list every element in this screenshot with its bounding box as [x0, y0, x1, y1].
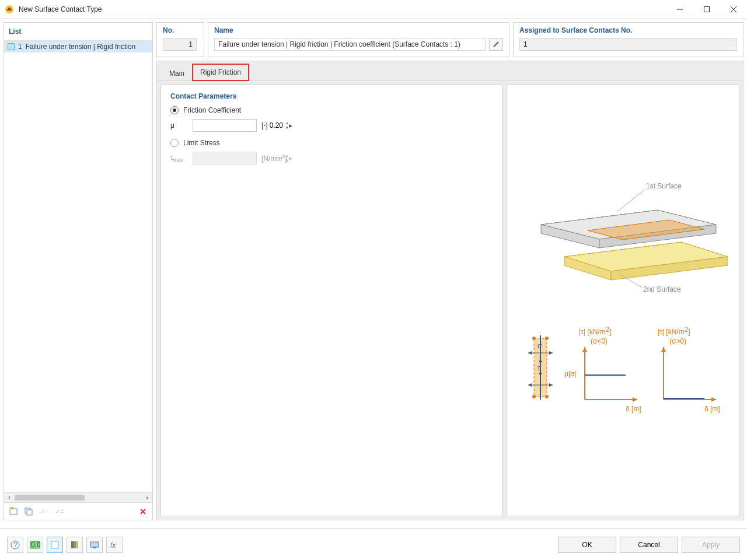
- minimize-button[interactable]: [666, 0, 693, 19]
- svg-marker-35: [549, 383, 553, 387]
- bottom-toolbar: ? 0,00 fx OK Cancel Apply: [0, 528, 747, 560]
- svg-marker-51: [711, 397, 716, 402]
- svg-text:σ: σ: [537, 342, 542, 350]
- svg-text:|τ| [kN/m2]: |τ| [kN/m2]: [658, 326, 690, 336]
- radio-unchecked-icon: [170, 139, 179, 147]
- svg-text:δ [m]: δ [m]: [704, 405, 720, 413]
- friction-coefficient-label: Friction Coefficient: [183, 106, 241, 114]
- titlebar: New Surface Contact Type: [0, 0, 747, 19]
- list-item-label: Failure under tension | Rigid friction: [26, 43, 136, 51]
- picker-icon: ▸: [289, 154, 292, 162]
- maximize-button[interactable]: [693, 0, 720, 19]
- diagram-panel: .lbl{font-size:12px; fill:#888;} 1st Sur…: [506, 85, 739, 516]
- svg-rect-60: [74, 541, 76, 548]
- tabstrip: Main Rigid Friction: [157, 65, 743, 81]
- svg-rect-58: [51, 541, 58, 548]
- scroll-left-icon[interactable]: ‹: [5, 494, 13, 502]
- contact-parameters-panel: Contact Parameters Friction Coefficient …: [160, 85, 502, 516]
- svg-rect-2: [704, 6, 710, 12]
- sidebar-toolbar: ✶ ✓– ✓= ✕: [4, 502, 152, 520]
- color-legend-button[interactable]: [67, 537, 83, 553]
- svg-text:✶: ✶: [9, 507, 15, 512]
- svg-rect-63: [93, 547, 96, 548]
- name-panel: Name: [208, 22, 509, 57]
- horizontal-scrollbar[interactable]: ‹ ›: [4, 492, 152, 502]
- tab-rigid-friction[interactable]: Rigid Friction: [192, 64, 249, 81]
- sidebar-list[interactable]: 1 Failure under tension | Rigid friction: [4, 41, 152, 492]
- mu-symbol: μ: [170, 121, 188, 130]
- svg-marker-28: [549, 351, 553, 355]
- scroll-right-icon[interactable]: ›: [143, 494, 151, 502]
- app-icon: [5, 5, 14, 14]
- tmax-symbol: τmax: [170, 153, 188, 163]
- close-button[interactable]: [720, 0, 747, 19]
- apply-button: Apply: [682, 537, 740, 553]
- svg-marker-49: [661, 347, 666, 352]
- tab-main[interactable]: Main: [162, 65, 192, 81]
- svg-text:?: ?: [13, 541, 18, 549]
- surfaces-diagram: .lbl{font-size:12px; fill:#888;} 1st Sur…: [518, 178, 728, 306]
- name-title: Name: [208, 23, 509, 38]
- limit-stress-radio[interactable]: Limit Stress: [170, 139, 493, 147]
- new-item-button[interactable]: ✶: [6, 505, 20, 519]
- svg-text:✓–: ✓–: [40, 508, 48, 516]
- assigned-title: Assigned to Surface Contacts No.: [514, 23, 743, 38]
- tmax-input: ▲▼ ▸: [193, 152, 257, 164]
- copy-item-button[interactable]: [22, 505, 36, 519]
- svg-text:fx: fx: [110, 541, 116, 549]
- svg-rect-59: [71, 541, 74, 548]
- assigned-field[interactable]: [519, 38, 737, 51]
- number-panel: No.: [156, 22, 204, 57]
- limit-stress-label: Limit Stress: [183, 139, 220, 147]
- view-mode-button[interactable]: [47, 537, 63, 553]
- svg-marker-36: [528, 383, 532, 387]
- function-button[interactable]: fx: [106, 537, 123, 553]
- number-field[interactable]: [163, 38, 197, 51]
- svg-point-24: [532, 395, 536, 398]
- right-pane: No. Name Assigned to Surface Contacts No…: [156, 22, 743, 520]
- svg-text:δ [m]: δ [m]: [626, 405, 641, 413]
- number-title: No.: [157, 23, 204, 38]
- svg-marker-40: [582, 347, 587, 352]
- assigned-panel: Assigned to Surface Contacts No.: [513, 22, 743, 57]
- svg-text:0,00: 0,00: [31, 541, 40, 549]
- list-item-number: 1: [18, 43, 22, 51]
- list-swatch-icon: [8, 43, 15, 50]
- help-button[interactable]: ?: [7, 537, 23, 553]
- display-button[interactable]: [86, 537, 103, 553]
- svg-rect-62: [90, 542, 99, 547]
- tmax-unit: [N/mm2]: [261, 153, 287, 163]
- name-field[interactable]: [214, 38, 486, 51]
- window-title: New Surface Contact Type: [19, 5, 666, 13]
- mu-input[interactable]: ▲▼ ▸: [193, 119, 257, 132]
- svg-rect-8: [27, 510, 32, 515]
- svg-text:|τ| [kN/m2]: |τ| [kN/m2]: [579, 326, 612, 336]
- svg-point-22: [532, 337, 536, 340]
- radio-checked-icon: [170, 106, 179, 114]
- delete-item-button[interactable]: ✕: [136, 505, 150, 519]
- contact-parameters-title: Contact Parameters: [170, 92, 493, 100]
- svg-text:(σ<0): (σ<0): [591, 337, 608, 345]
- svg-rect-61: [76, 541, 78, 548]
- picker-icon[interactable]: ▸: [289, 121, 292, 130]
- sidebar: List 1 Failure under tension | Rigid fri…: [4, 22, 153, 520]
- checklist-b-button: ✓=: [52, 505, 66, 519]
- mu-value[interactable]: [193, 121, 285, 130]
- units-button[interactable]: 0,00: [27, 537, 43, 553]
- cancel-button[interactable]: Cancel: [620, 537, 678, 553]
- svg-marker-29: [528, 351, 532, 355]
- svg-marker-42: [633, 397, 637, 402]
- svg-point-23: [545, 337, 549, 340]
- first-surface-label: 1st Surface: [646, 182, 682, 190]
- checklist-a-button: ✓–: [37, 505, 51, 519]
- svg-text:✓=: ✓=: [55, 508, 64, 516]
- svg-line-11: [617, 190, 645, 212]
- friction-coefficient-radio[interactable]: Friction Coefficient: [170, 106, 493, 114]
- ok-button[interactable]: OK: [558, 537, 616, 553]
- scroll-thumb[interactable]: [15, 495, 85, 501]
- svg-point-25: [545, 395, 549, 398]
- sidebar-header: List: [4, 23, 152, 41]
- svg-text:(σ>0): (σ>0): [669, 337, 686, 345]
- edit-name-button[interactable]: [489, 38, 503, 51]
- list-item[interactable]: 1 Failure under tension | Rigid friction: [4, 41, 152, 52]
